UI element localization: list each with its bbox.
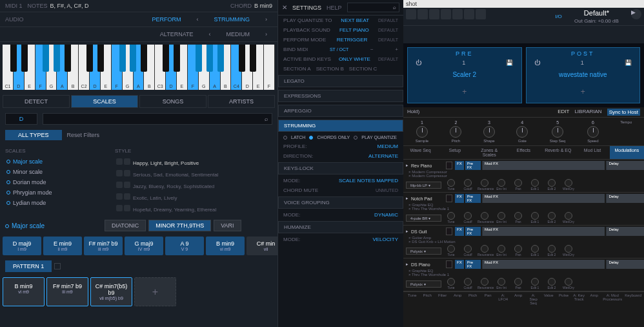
close-icon[interactable]: ✕ <box>282 4 287 11</box>
section-strumming[interactable]: STRUMMING <box>278 120 403 132</box>
lane-name[interactable]: DS Guit <box>411 229 443 234</box>
lane-toggle[interactable]: ▸ <box>406 229 408 234</box>
wavestate-tab[interactable]: Wave Seq <box>403 146 438 159</box>
lane-toggle[interactable]: ▸ <box>406 163 408 168</box>
add-chord-button[interactable]: + <box>134 277 176 306</box>
section-humanize[interactable]: HUMANIZE <box>278 221 403 233</box>
wavestate-tab[interactable]: Mod List <box>575 146 609 159</box>
minus-icon[interactable]: − <box>370 47 374 52</box>
macro-knob[interactable]: 2Pitch <box>450 120 461 143</box>
tab-edit[interactable]: EDIT <box>558 109 569 116</box>
lane-knob[interactable] <box>531 278 539 286</box>
lane-knob[interactable] <box>481 212 488 220</box>
lane-knob[interactable] <box>531 245 539 253</box>
prefx-button[interactable]: Pre FX <box>465 227 481 236</box>
chord-pad[interactable]: E min9ii m9 <box>43 237 82 255</box>
lane-toggle[interactable]: ▸ <box>406 262 408 267</box>
lane-knob[interactable] <box>464 179 472 187</box>
fx-button[interactable]: FX <box>455 194 464 203</box>
lane-knob[interactable] <box>464 278 472 286</box>
macro-knob[interactable]: 5Step Seq <box>550 120 566 143</box>
style-item[interactable]: Happy, Light, Bright, Positive <box>115 156 272 168</box>
reset-filters-link[interactable]: Reset Filters <box>67 132 100 138</box>
piano-keyboard[interactable]: C1DEFGABC2DEFGABC3DEFGABC4DEF <box>3 45 275 90</box>
default-link[interactable]: DEFAULT <box>378 18 398 23</box>
tool-icon[interactable] <box>464 9 474 19</box>
section-b[interactable]: SECTION B <box>316 66 344 72</box>
tab-artists[interactable]: ARTISTS <box>208 95 275 108</box>
prefx-button[interactable]: Pre FX <box>465 194 481 203</box>
lane-knob[interactable] <box>548 278 556 286</box>
setting-value[interactable]: FELT PIANO <box>339 27 369 33</box>
hum-mode-value[interactable]: VELOCITY <box>372 237 398 242</box>
preset-select[interactable]: Mp-bb LP ▾ <box>406 182 441 189</box>
lane-knob[interactable] <box>464 212 472 220</box>
piano-key-black[interactable] <box>217 45 224 72</box>
delay-button[interactable]: Delay <box>606 260 644 269</box>
tab-detect[interactable]: DETECT <box>3 95 70 108</box>
chord-pad[interactable]: A 9V 9 <box>165 237 204 255</box>
lane-knob[interactable] <box>514 179 522 187</box>
setting-value[interactable]: RETRIGGER <box>337 37 368 43</box>
piano-key-black[interactable] <box>250 45 256 72</box>
hold-label[interactable]: Hold) <box>407 109 419 116</box>
style-item[interactable]: Exotic, Latin, Lively <box>115 191 272 203</box>
wavestate-tab[interactable]: Setup <box>438 146 472 159</box>
wavestate-tab[interactable]: Zones & Scales <box>472 146 507 159</box>
mode-value[interactable]: SCALE NOTES MAPPED <box>339 178 398 184</box>
piano-key-black[interactable] <box>163 45 169 72</box>
play-icon[interactable]: ▶ <box>631 9 641 19</box>
wave-display[interactable] <box>446 195 452 202</box>
macro-knob[interactable]: 3Shape <box>483 120 495 143</box>
pattern-add-icon[interactable] <box>54 263 61 269</box>
scale-item[interactable]: Major scale <box>5 156 102 167</box>
section-voice-grouping[interactable]: VOICE GROUPING <box>278 196 403 209</box>
wave-display[interactable] <box>446 227 452 235</box>
default-link[interactable]: DEFAULT <box>378 28 398 32</box>
macro-knob[interactable]: 1Sample <box>416 120 428 143</box>
tab-settings[interactable]: SETTINGS <box>292 5 321 11</box>
macro-knob[interactable]: 4Gate <box>516 120 528 143</box>
piano-key-black[interactable] <box>239 45 245 72</box>
bind-stoct[interactable]: ST / OCT <box>330 47 348 52</box>
selected-scale[interactable]: Major scale <box>5 222 102 229</box>
lane-knob[interactable] <box>464 245 472 253</box>
lane-knob[interactable] <box>481 245 488 253</box>
lane-knob[interactable] <box>447 278 455 286</box>
lane-knob[interactable] <box>514 245 522 253</box>
lane-knob[interactable] <box>498 179 505 187</box>
piano-key-black[interactable] <box>86 45 93 72</box>
tool-icon[interactable] <box>452 9 463 19</box>
vg-mode-value[interactable]: DYNAMIC <box>374 212 398 218</box>
lane-knob[interactable] <box>481 278 488 286</box>
fx-button[interactable]: FX <box>455 260 464 269</box>
tab-strumming[interactable]: STRUMMING <box>209 15 256 24</box>
chord-pad[interactable]: F# min7 b9iii m9 <box>84 237 123 255</box>
piano-key-black[interactable] <box>196 45 202 72</box>
preset-select[interactable]: Polysix ▾ <box>406 280 441 288</box>
wave-display[interactable] <box>446 162 452 169</box>
scale-item[interactable]: Lydian mode <box>5 198 102 208</box>
radio-play-quantize[interactable] <box>354 136 357 140</box>
pattern-chord[interactable]: C# min7(b5) b9vii m(b5) b9 <box>90 277 132 306</box>
direction-value[interactable]: ALTERNATE <box>368 153 398 159</box>
tool-icon[interactable] <box>476 9 486 19</box>
preset-select[interactable]: 4-pole BR ▾ <box>406 215 441 222</box>
tab-medium[interactable]: MEDIUM <box>221 30 256 39</box>
lane-knob[interactable] <box>531 212 539 220</box>
tab-help[interactable]: HELP <box>327 5 342 11</box>
section-a[interactable]: SECTION A <box>283 66 311 72</box>
save-icon[interactable]: 💾 <box>625 59 632 66</box>
lane-toggle[interactable]: ▸ <box>406 196 408 201</box>
lane-knob[interactable] <box>565 278 572 286</box>
lane-knob[interactable] <box>514 278 522 286</box>
piano-key-black[interactable] <box>10 45 17 72</box>
lane-knob[interactable] <box>498 245 505 253</box>
lane-knob[interactable] <box>548 212 556 220</box>
radio-latch[interactable] <box>283 136 287 140</box>
tab-songs[interactable]: SONGS <box>139 95 206 108</box>
lane-knob[interactable] <box>498 212 505 220</box>
lane-name[interactable]: Notch Pad <box>411 196 443 201</box>
section-legato[interactable]: LEGATO <box>278 75 403 87</box>
tool-icon[interactable] <box>406 9 416 19</box>
